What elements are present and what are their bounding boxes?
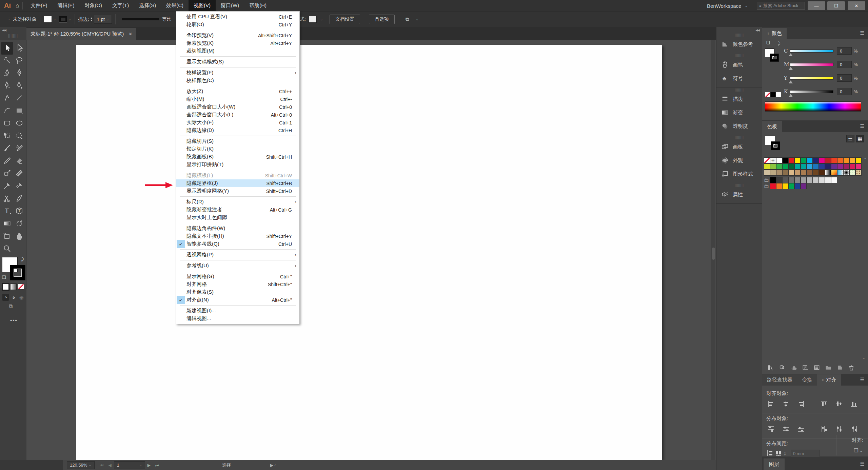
color-swatch[interactable] [825,163,831,170]
panel-icon-appearance[interactable]: 外观 [716,154,762,167]
shaper-tool[interactable] [13,142,25,155]
color-swatch[interactable] [776,163,782,170]
color-swatch[interactable] [801,163,807,170]
color-swatch[interactable] [831,177,837,183]
swap-colors-icon[interactable]: ⤸ [778,41,780,46]
color-swatch[interactable] [819,170,825,176]
align-bottom-button[interactable] [849,399,859,408]
none-mode-button[interactable] [18,283,24,290]
drag-handle-icon[interactable]: |||||||| [716,136,762,140]
arrange-icon[interactable]: ⧉ [406,16,409,22]
fill-color-swatch[interactable] [44,16,52,23]
tab-对齐[interactable]: ⇳对齐 [817,374,841,386]
color-swatch[interactable] [837,163,843,170]
view-menu-item[interactable]: 隐藏定界框(J)Shift+Ctrl+B [176,179,299,187]
g-bw-swatch[interactable] [825,170,831,176]
panel-icon-fan[interactable]: 颜色参考 [716,37,762,51]
view-menu-item[interactable]: 锁定切片(K) [176,145,299,153]
view-menu-item[interactable]: 裁切视图(M) [176,47,299,55]
color-swatch[interactable] [788,183,794,189]
menubar-item[interactable]: 文件(F) [25,0,52,12]
color-swatch[interactable] [831,163,837,170]
drag-handle-icon[interactable]: |||||||| [716,88,762,92]
style-swatch[interactable] [309,16,317,23]
menubar-item[interactable]: 对象(O) [79,0,107,12]
tab-layers[interactable]: 图层 [764,458,785,470]
rotate-tool[interactable] [13,218,25,230]
chevron-down-icon[interactable]: ⌄ [53,17,56,21]
panel-menu-icon[interactable]: ☰ [860,377,865,382]
view-menu-item[interactable]: 像素预览(X)Alt+Ctrl+Y [176,39,299,47]
dist-bottom-button[interactable] [796,425,806,433]
list-view-icon[interactable]: ☰ [846,135,854,142]
canvas-area[interactable] [26,40,711,460]
white-swatch[interactable] [776,92,781,97]
channel-value-field[interactable]: 0 [837,74,852,82]
tab-路径查找器[interactable]: 路径查找器 [762,374,797,386]
view-menu-item[interactable]: 缩小(M)Ctrl+- [176,95,299,103]
collapse-icon[interactable]: ◀◀ [2,28,6,32]
stroke-weight-stepper[interactable]: ▲▼ [90,17,93,22]
tab-color[interactable]: ⇳ 颜色 [762,28,787,39]
color-swatch[interactable] [770,177,776,183]
panel-icon-props[interactable]: 属性 [716,188,762,201]
anchor-point-tool[interactable] [1,92,13,105]
panel-icon-strokelines[interactable]: 描边 [716,92,762,106]
color-swatch[interactable] [776,170,782,176]
color-themes-icon[interactable] [777,364,787,371]
ellipse-tool[interactable] [13,117,25,130]
channel-slider[interactable] [790,77,833,80]
eraser-tool[interactable] [13,155,25,168]
color-swatch[interactable] [801,170,807,176]
stroke-proxy[interactable] [771,142,780,150]
pat-b-swatch[interactable] [855,170,862,176]
rad-swatch[interactable] [843,170,849,176]
view-menu-item[interactable]: ✓智能参考线(Q)Ctrl+U [176,240,299,248]
next-artboard-icon[interactable]: ▶ [147,463,151,468]
view-menu-item[interactable]: 显示网格(G)Ctrl+" [176,273,299,280]
channel-value-field[interactable]: 0 [837,47,852,55]
view-menu-item[interactable]: 轮廓(O)Ctrl+Y [176,21,299,28]
first-artboard-icon[interactable]: ⏮ [100,463,104,468]
restore-button[interactable]: ❐ [827,1,845,10]
menubar-item[interactable]: 窗口(W) [216,0,244,12]
measure-tool[interactable] [13,180,25,193]
color-swatch[interactable] [849,157,855,163]
view-menu-item[interactable]: ✓对齐点(N)Alt+Ctrl+" [176,296,299,304]
line-segment-tool[interactable] [13,92,25,105]
align-hcenter-button[interactable] [781,399,791,408]
brush-definition-preview[interactable] [122,18,159,20]
crop-tool[interactable] [1,230,13,243]
view-menu-item[interactable]: 对齐像素(S) [176,288,299,296]
gradient-mode-button[interactable] [10,283,17,290]
color-swatch[interactable] [813,177,819,183]
align-top-button[interactable] [819,399,829,408]
color-swatch[interactable] [770,163,776,170]
view-menu-item[interactable]: 隐藏文本串接(H)Shift+Ctrl+Y [176,232,299,240]
color-swatch[interactable] [776,183,782,189]
width-tool[interactable] [13,168,25,180]
scroll-up-icon[interactable]: ⌃ [864,157,867,161]
view-menu-item[interactable]: 新建视图(I)... [176,307,299,315]
view-menu-item[interactable]: 标尺(R)› [176,198,299,206]
color-swatch[interactable] [770,170,776,176]
view-menu-item[interactable]: 透视网格(P)› [176,251,299,259]
knife-tool[interactable] [13,193,25,205]
view-menu-item[interactable]: 实际大小(E)Ctrl+1 [176,119,299,126]
color-swatch[interactable] [855,157,862,163]
black-swatch[interactable] [770,92,776,97]
brush-definition-label[interactable]: 等比 [162,16,171,22]
menubar-item[interactable]: 选择(S) [134,0,161,12]
swap-fill-stroke-icon[interactable]: ⤸ [21,256,24,262]
view-menu-item[interactable]: 放大(Z)Ctrl++ [176,87,299,95]
touch-type-tool[interactable]: T [13,205,25,218]
color-mode-button[interactable] [2,283,9,290]
panel-icon-gradsq[interactable]: 渐变 [716,106,762,119]
view-menu-item[interactable]: 隐藏画板(B)Shift+Ctrl+H [176,153,299,161]
view-menu-item[interactable]: 显示透明度网格(Y)Shift+Ctrl+D [176,187,299,195]
drag-handle-icon[interactable]: |||||||| [716,33,762,37]
close-button[interactable]: ✕ [848,1,865,10]
color-swatch[interactable] [801,183,807,189]
draw-behind-icon[interactable]: ◕ [10,294,17,301]
color-swatch[interactable] [782,163,788,170]
